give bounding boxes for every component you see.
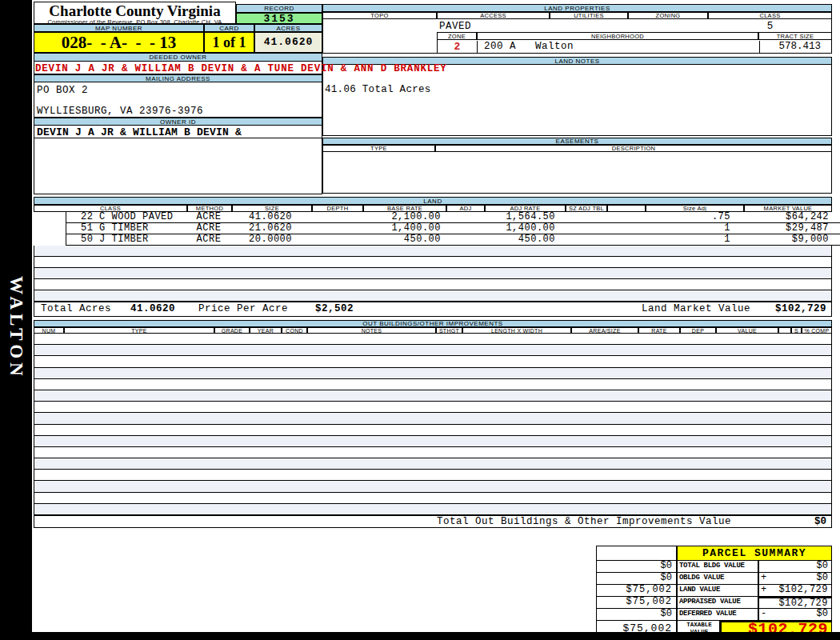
ps-label-deferred: DEFERRED VALUE — [677, 609, 758, 621]
land-properties-label: LAND PROPERTIES — [322, 4, 832, 12]
zone-value-row: 2 200 A Walton 578.413 — [437, 40, 832, 54]
neighborhood-vertical-label: WALTON — [6, 276, 26, 380]
sidebar-neighborhood-band: WALTON — [0, 0, 32, 632]
land-cell-class: 51 G TIMBER — [81, 223, 149, 234]
zone-col-label: ZONE — [437, 32, 477, 40]
access-value: PAVED — [439, 21, 471, 32]
land-hdr-depth: DEPTH — [312, 205, 363, 212]
out-buildings-empty-rows — [34, 334, 832, 515]
deeded-owner-value: DEVIN J A JR & WILLIAM B DEVIN & A TUNE … — [35, 63, 515, 74]
card-label: CARD — [204, 24, 254, 32]
class-col-label: CLASS — [708, 12, 832, 19]
ob-hdr-year: YEAR — [250, 327, 282, 334]
ps-value-appraised-cell: $102,729 — [758, 597, 832, 609]
ob-hdr-pct-comp: % COMP — [802, 327, 832, 334]
ps-left-total-bldg: $0 — [596, 561, 677, 573]
county-title: Charlotte County Virginia — [34, 3, 235, 18]
land-hdr-blank — [607, 205, 646, 212]
property-record-card: Charlotte County Virginia Commissioner o… — [32, 0, 840, 632]
land-empty-rows — [34, 246, 832, 302]
land-section-label: LAND — [34, 197, 832, 205]
land-cell-size-adj: 1 — [646, 223, 745, 234]
land-notes-text: 41.06 Total Acres — [325, 84, 431, 95]
ob-hdr-notes: NOTES — [307, 327, 436, 334]
land-cell-market-value: $29,487 — [745, 223, 833, 234]
zone-value: 2 — [438, 41, 478, 53]
ob-hdr-type: TYPE — [64, 327, 214, 334]
mailing-line2: WYLLIESBURG, VA 23976-3976 — [37, 106, 203, 117]
mailing-address-box: PO BOX 2 WYLLIESBURG, VA 23976-3976 — [34, 82, 322, 118]
tract-size-value: 578.413 — [759, 41, 827, 53]
out-buildings-section-label: OUT BUILDINGS/OTHER IMPROVEMENTS — [34, 320, 832, 327]
total-acres-label: Total Acres — [41, 302, 111, 316]
ob-hdr-s: S — [791, 327, 802, 334]
map-number-label: MAP NUMBER — [34, 24, 204, 32]
ps-op: + — [761, 573, 766, 583]
land-hdr-sz-adj-tbl: SZ ADJ TBL — [566, 205, 607, 212]
land-market-value-label: Land Market Value — [642, 302, 750, 316]
ps-value: $102,729 — [778, 585, 828, 595]
ob-hdr-area-size: AREA/SIZE — [571, 327, 638, 334]
out-buildings-total-label: Total Out Buildings & Other Improvements… — [437, 516, 731, 527]
ps-value-total-bldg-cell: $0 — [758, 561, 832, 573]
land-cell-method: ACRE — [186, 223, 231, 234]
acres-label: ACRES — [254, 24, 322, 32]
owner-id-box: DEVIN J A JR & WILLIAM B DEVIN & — [34, 126, 322, 138]
parcel-summary-title: PARCEL SUMMARY — [677, 546, 832, 561]
ps-left-appraised: $75,002 — [596, 597, 677, 609]
class-value: 5 — [708, 21, 832, 32]
land-cell-method: ACRE — [186, 234, 231, 245]
land-cell-adj-rate: 450.00 — [486, 234, 566, 245]
land-row: 51 G TIMBER ACRE 21.0620 1,400.00 1,400.… — [66, 223, 840, 234]
land-market-value-value: $102,729 — [775, 302, 826, 316]
ps-value: $0 — [817, 561, 828, 571]
neighborhood-name: Walton — [535, 41, 574, 52]
total-acres-value: 41.0620 — [130, 302, 175, 316]
ps-label-total-bldg: TOTAL BLDG VALUE — [677, 561, 758, 573]
land-cell-base-rate: 2,100.00 — [364, 212, 447, 222]
ps-left-deferred: $0 — [596, 609, 677, 621]
ob-hdr-length-width: LENGTH X WIDTH — [462, 327, 571, 334]
owner-id-value: DEVIN J A JR & WILLIAM B DEVIN & — [37, 126, 242, 138]
land-cell-adj-rate: 1,564.50 — [486, 212, 566, 222]
land-cell-market-value: $64,242 — [745, 212, 833, 222]
out-buildings-total-value: $0 — [814, 516, 826, 527]
zoning-col-label: ZONING — [628, 12, 708, 19]
land-row: 22 C WOOD PAVED ACRE 41.0620 2,100.00 1,… — [66, 212, 840, 223]
topo-col-label: TOPO — [322, 12, 437, 19]
neighborhood-col-label: NEIGHBORHOOD — [477, 32, 758, 40]
land-cell-class: 50 J TIMBER — [81, 234, 149, 245]
land-notes-box: 41.06 Total Acres — [322, 65, 832, 136]
land-cell-size-adj: .75 — [646, 212, 745, 222]
easements-box — [322, 152, 832, 194]
land-totals-row: Total Acres 41.0620 Price Per Acre $2,50… — [34, 302, 832, 317]
card-value: 1 of 1 — [204, 32, 254, 53]
land-cell-size: 41.0620 — [233, 212, 313, 222]
out-buildings-total-row: Total Out Buildings & Other Improvements… — [34, 515, 832, 528]
ps-value-land-cell: + $102,729 — [758, 585, 832, 597]
land-cell-base-rate: 450.00 — [364, 234, 447, 245]
ob-hdr-value: VALUE — [716, 327, 778, 334]
owner-panel-empty — [34, 138, 322, 194]
land-cell-adj-rate: 1,400.00 — [486, 223, 566, 234]
land-cell-size: 20.0000 — [233, 234, 313, 245]
ps-label-appraised: APPRAISED VALUE — [677, 597, 758, 609]
ob-hdr-cond: COND — [282, 327, 307, 334]
mailing-line1: PO BOX 2 — [37, 85, 88, 96]
map-number-value: 028- - A- - - 13 — [34, 32, 204, 53]
land-row: 50 J TIMBER ACRE 20.0000 450.00 450.00 1… — [66, 234, 840, 246]
price-per-acre-value: $2,502 — [315, 302, 354, 316]
parcel-summary-left-header-cell — [596, 546, 677, 561]
deeded-owner-label: DEEDED OWNER — [34, 53, 322, 62]
ps-value-obldg-cell: + $0 — [758, 573, 832, 585]
tract-size-col-label: TRACT SIZE — [758, 32, 832, 40]
ob-hdr-num: NUM — [34, 327, 64, 334]
ps-op: - — [761, 609, 766, 619]
bottom-strip — [0, 632, 840, 640]
ob-hdr-rate: RATE — [638, 327, 680, 334]
ps-left-obldg: $0 — [596, 573, 677, 585]
ob-hdr-dep: DEP — [680, 327, 716, 334]
county-header-box: Charlotte County Virginia Commissioner o… — [34, 2, 236, 24]
record-label: RECORD — [236, 4, 322, 13]
land-cell-base-rate: 1,400.00 — [364, 223, 447, 234]
